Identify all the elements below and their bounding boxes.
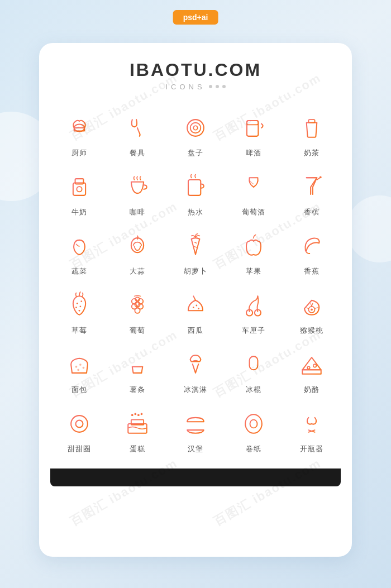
- ice-cream-icon: [180, 349, 211, 380]
- cheese-label: 奶酪: [304, 385, 320, 395]
- wine-icon: [238, 171, 269, 203]
- grape-icon: [122, 290, 153, 321]
- banana-icon: [296, 231, 327, 262]
- svg-point-11: [190, 122, 201, 133]
- icon-cell-popsicle: 冰棍: [225, 341, 283, 400]
- champagne-label: 香槟: [304, 207, 320, 217]
- icon-cell-burger: 汉堡: [166, 400, 225, 460]
- svg-point-81: [76, 420, 83, 427]
- icon-cell-milk: 牛奶: [50, 164, 108, 223]
- milk-tea-label: 奶茶: [304, 148, 320, 158]
- svg-rect-23: [73, 183, 85, 195]
- svg-point-67: [75, 365, 78, 367]
- icon-cell-cutlery: 餐具: [108, 104, 166, 164]
- icon-cell-ice-cream: 冰淇淋: [166, 341, 225, 400]
- svg-point-90: [137, 414, 140, 416]
- icon-cell-fries: 薯条: [108, 341, 166, 400]
- carrot-label: 胡萝卜: [184, 266, 207, 276]
- icon-cell-vegetable: 蔬菜: [50, 223, 108, 282]
- wine-label: 葡萄酒: [242, 207, 265, 217]
- svg-point-12: [193, 126, 197, 130]
- vegetable-icon: [64, 231, 95, 262]
- svg-point-70: [77, 369, 79, 371]
- svg-point-96: [250, 419, 258, 428]
- beer-icon: [238, 112, 269, 144]
- bottom-bar: [50, 469, 341, 486]
- icon-cell-bread: 面包: [50, 341, 108, 400]
- svg-point-80: [71, 415, 88, 432]
- svg-point-53: [135, 308, 140, 313]
- fries-label: 薯条: [130, 385, 145, 395]
- cake-icon: [122, 408, 153, 439]
- svg-point-43: [75, 307, 77, 308]
- svg-rect-30: [188, 180, 201, 195]
- kiwi-icon: [296, 290, 327, 321]
- svg-point-69: [83, 366, 85, 369]
- milk-label: 牛奶: [71, 207, 87, 217]
- garlic-icon: [122, 231, 153, 262]
- icon-cell-apple: 苹果: [225, 223, 283, 282]
- plate-label: 盘子: [188, 148, 203, 158]
- dot2: [216, 85, 219, 88]
- bottle-opener-icon: [296, 408, 327, 439]
- svg-point-25: [77, 187, 82, 192]
- carrot-icon: [180, 231, 211, 262]
- svg-point-88: [131, 414, 133, 416]
- icon-cell-milk-tea: 奶茶: [283, 104, 341, 164]
- champagne-icon: [296, 171, 327, 203]
- milk-tea-icon: [296, 112, 327, 144]
- icon-cell-plate: 盘子: [166, 104, 225, 164]
- cake-label: 蛋糕: [130, 444, 145, 454]
- apple-icon: [238, 231, 269, 262]
- hot-water-label: 热水: [188, 207, 203, 217]
- svg-point-89: [134, 413, 136, 415]
- bg-decoration-right: [346, 195, 391, 262]
- main-card: 百图汇 ibaotu.com 百图汇 ibaotu.com 百图汇 ibaotu…: [39, 43, 352, 557]
- strawberry-label: 草莓: [71, 326, 87, 336]
- svg-point-61: [311, 308, 313, 310]
- svg-point-41: [77, 302, 78, 304]
- svg-point-91: [141, 413, 143, 415]
- svg-point-44: [79, 305, 81, 307]
- toilet-paper-label: 卷纸: [246, 444, 261, 454]
- apple-label: 苹果: [246, 266, 261, 276]
- grape-label: 葡萄: [130, 326, 145, 336]
- svg-point-78: [313, 364, 317, 367]
- beer-label: 啤酒: [246, 148, 261, 158]
- hot-water-icon: [180, 171, 211, 203]
- burger-icon: [180, 408, 211, 439]
- svg-point-68: [79, 364, 82, 366]
- svg-point-35: [320, 176, 322, 178]
- bread-label: 面包: [71, 385, 87, 395]
- bread-icon: [64, 349, 95, 380]
- garlic-label: 大蒜: [130, 266, 145, 276]
- coffee-icon: [122, 171, 153, 203]
- chef-label: 厨师: [71, 148, 87, 158]
- cherry-icon: [238, 290, 269, 321]
- icon-cell-kiwi: 猕猴桃: [283, 282, 341, 341]
- svg-line-65: [306, 307, 309, 308]
- icon-cell-wine: 葡萄酒: [225, 164, 283, 223]
- cheese-icon: [296, 349, 327, 380]
- icon-cell-toilet-paper: 卷纸: [225, 400, 283, 460]
- svg-point-55: [196, 304, 197, 306]
- icon-cell-cake: 蛋糕: [108, 400, 166, 460]
- milk-icon: [64, 171, 95, 203]
- watermelon-icon: [180, 290, 211, 321]
- icon-cell-strawberry: 草莓: [50, 282, 108, 341]
- svg-line-57: [193, 296, 196, 300]
- chef-icon: [64, 112, 95, 144]
- donut-label: 甜甜圈: [68, 444, 91, 454]
- icon-cell-coffee: 咖啡: [108, 164, 166, 223]
- icon-cell-cherry: 车厘子: [225, 282, 283, 341]
- svg-point-42: [80, 300, 82, 302]
- icon-cell-hot-water: 热水: [166, 164, 225, 223]
- icon-cell-chef: 厨师: [50, 104, 108, 164]
- svg-point-79: [307, 366, 310, 369]
- svg-rect-14: [247, 121, 258, 125]
- icon-grid: 厨师 餐具: [50, 104, 341, 460]
- donut-icon: [64, 408, 95, 439]
- site-title: IBAOTU.COM: [130, 60, 261, 80]
- svg-point-56: [198, 308, 199, 309]
- coffee-label: 咖啡: [130, 207, 145, 217]
